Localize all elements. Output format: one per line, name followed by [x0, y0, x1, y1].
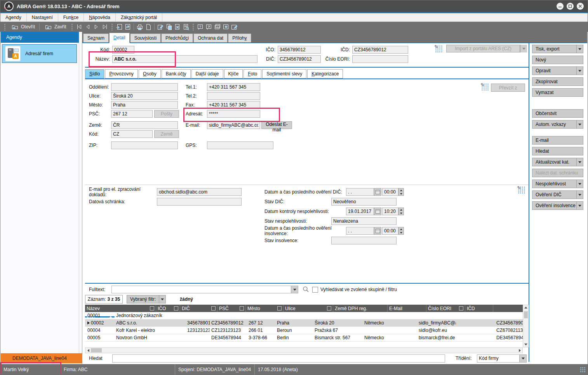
- ulice-input[interactable]: [111, 92, 178, 100]
- tab-ochrana-dat[interactable]: Ochrana dat: [193, 33, 228, 42]
- last-record-icon[interactable]: [101, 23, 109, 31]
- next-record-icon[interactable]: [92, 23, 101, 31]
- menu-agendy[interactable]: Agendy: [0, 13, 27, 21]
- vybrany-filtr-button[interactable]: Vybraný filtr:: [127, 295, 166, 303]
- overeni-insolvence-button[interactable]: Ověření insolvence: [532, 201, 583, 210]
- kontrola-date-input[interactable]: [346, 208, 374, 215]
- minimize-button[interactable]: [557, 3, 564, 10]
- subtab-dalsi-udaje[interactable]: Další údaje: [191, 69, 223, 78]
- chevron-down-icon[interactable]: [576, 191, 583, 199]
- aktualizovat-kat-button[interactable]: Aktualizovat kat.: [532, 158, 583, 166]
- column-header-nazev[interactable]: Název: [85, 305, 156, 312]
- subtab-klice[interactable]: Klíče: [224, 69, 243, 78]
- tab-detail[interactable]: Detail: [109, 33, 130, 43]
- kontrola-time-input[interactable]: [382, 208, 398, 215]
- table-horizontal-scrollbar[interactable]: [85, 347, 523, 353]
- refresh-record-icon[interactable]: [124, 23, 132, 31]
- menu-funkce[interactable]: Funkce: [58, 13, 84, 21]
- scrollbar-thumb[interactable]: [524, 311, 528, 318]
- column-header-email[interactable]: E-Mail: [388, 305, 426, 312]
- column-header-icd[interactable]: IČD: [465, 305, 493, 312]
- prev-record-icon[interactable]: [84, 23, 92, 31]
- filter-icon[interactable]: [240, 306, 244, 310]
- delete-record-icon[interactable]: [173, 23, 182, 31]
- gps-input[interactable]: [207, 141, 273, 149]
- chevron-down-icon[interactable]: [520, 45, 527, 52]
- kod-input[interactable]: [112, 46, 134, 54]
- filter-icon[interactable]: [174, 306, 178, 310]
- overeni-dic-date-input[interactable]: [346, 188, 374, 196]
- column-header-mesto[interactable]: Město: [246, 305, 284, 312]
- toolbar-drag-handle[interactable]: [192, 23, 194, 30]
- novy-button[interactable]: Nový: [532, 56, 583, 64]
- email-doklady-input[interactable]: [157, 188, 242, 196]
- posty-button[interactable]: Pošty: [154, 110, 179, 118]
- close-button-toolbar[interactable]: Zavřít: [41, 23, 69, 31]
- time-spinner[interactable]: [398, 208, 404, 215]
- email-button[interactable]: E-mail: [532, 136, 583, 145]
- stav-dic-input[interactable]: [331, 198, 397, 206]
- chevron-down-icon[interactable]: [576, 67, 583, 75]
- overeni-dic-time-input[interactable]: [382, 188, 398, 196]
- zeme-input[interactable]: [111, 121, 178, 129]
- print-icon[interactable]: [136, 23, 144, 31]
- copy-record-icon[interactable]: [165, 23, 173, 31]
- chevron-down-icon[interactable]: [576, 158, 583, 166]
- column-header-ulice[interactable]: Ulice: [284, 305, 333, 312]
- column-header-zeme-dph[interactable]: Země DPH reg.: [333, 305, 388, 312]
- stav-nespolehlivosti-input[interactable]: [331, 217, 397, 225]
- ares-import-button[interactable]: Import z portálu ARES (CZ): [446, 45, 520, 52]
- subtab-bank-ucty[interactable]: Bank.účty: [162, 69, 191, 78]
- help-icon[interactable]: ?: [196, 23, 205, 31]
- autom-vzkazy-button[interactable]: Autom. vzkazy: [532, 120, 583, 129]
- chevron-down-icon[interactable]: [576, 202, 583, 209]
- time-spinner[interactable]: [398, 188, 404, 196]
- chevron-down-icon[interactable]: [576, 180, 583, 188]
- zip-input[interactable]: [111, 141, 178, 149]
- menu-zakaznicky-portal[interactable]: Zákaznický portál: [116, 13, 162, 21]
- trideni-input[interactable]: [477, 355, 519, 362]
- maximize-button[interactable]: [567, 3, 574, 10]
- new-page-icon[interactable]: [144, 23, 153, 31]
- toolbar-drag-handle[interactable]: [4, 23, 6, 30]
- tel1-input[interactable]: [207, 83, 260, 91]
- tab-souvislosti[interactable]: Souvislosti: [130, 33, 161, 42]
- kod-zeme-input[interactable]: [111, 130, 153, 138]
- prevzit-z-button[interactable]: Převzít z: [491, 84, 525, 92]
- open-button[interactable]: Otevřít: [8, 23, 38, 31]
- scroll-down-icon[interactable]: [523, 342, 529, 347]
- column-header-dic[interactable]: DIČ: [180, 305, 217, 312]
- obcerstvit-button[interactable]: Občerstvit: [532, 109, 583, 118]
- menu-napoveda[interactable]: Nápověda: [84, 13, 116, 21]
- scrollbar-thumb[interactable]: [91, 348, 102, 352]
- subtab-osoby[interactable]: Osoby: [139, 69, 161, 78]
- feedback-form-icon[interactable]: [230, 23, 239, 31]
- scroll-up-icon[interactable]: [523, 305, 529, 310]
- eori-input[interactable]: [352, 55, 408, 63]
- close-button[interactable]: [577, 3, 584, 10]
- fulltext-input[interactable]: [112, 286, 291, 293]
- calendar-icon[interactable]: [374, 208, 381, 215]
- table-row[interactable]: 00004Kofr Karel - elektro123123123CZ1231…: [85, 327, 523, 334]
- search-icon[interactable]: [302, 286, 309, 294]
- oddeleni-input[interactable]: [111, 83, 178, 91]
- hledat-button[interactable]: Hledat: [532, 147, 583, 155]
- stav-insolvence-input[interactable]: [331, 237, 397, 244]
- zeme-button[interactable]: Země: [154, 130, 179, 138]
- subtab-sidlo[interactable]: Sídlo: [85, 69, 104, 78]
- fax-input[interactable]: [207, 101, 260, 109]
- calendar-icon[interactable]: [374, 188, 381, 196]
- subtab-provozovny[interactable]: Provozovny: [105, 69, 138, 78]
- chevron-down-icon[interactable]: [519, 355, 526, 362]
- chevron-down-icon[interactable]: [159, 295, 165, 303]
- column-header-ico[interactable]: IČO: [156, 305, 180, 312]
- help-topics-icon[interactable]: ?: [213, 23, 222, 31]
- chevron-down-icon[interactable]: [291, 286, 298, 293]
- column-header-psc[interactable]: PSČ: [217, 305, 246, 312]
- insolvence-date-input[interactable]: [346, 227, 374, 235]
- psc-input[interactable]: [111, 110, 153, 118]
- tab-prilohy[interactable]: Přílohy: [228, 33, 251, 42]
- overeni-dic-button[interactable]: Ověření DIČ: [532, 190, 583, 199]
- column-header-eori[interactable]: Číslo EORI: [426, 305, 465, 312]
- nazev-input[interactable]: [112, 55, 257, 63]
